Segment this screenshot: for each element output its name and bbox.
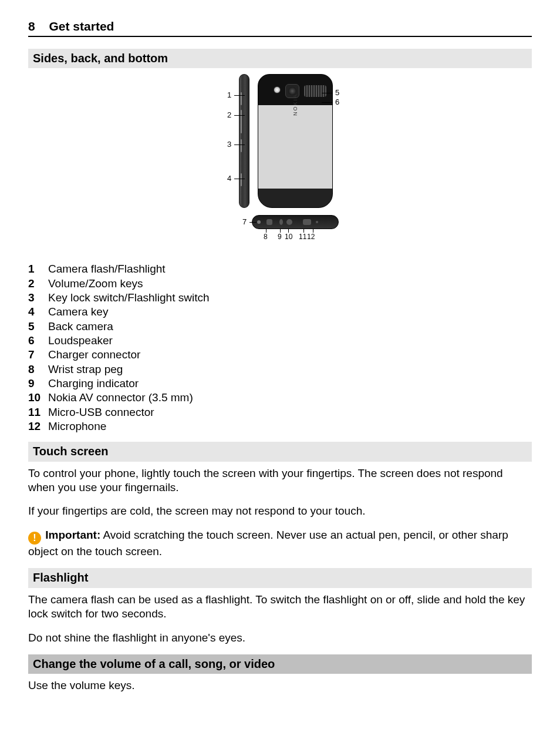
important-note: ! Important: Avoid scratching the touch … [28, 528, 532, 559]
section-heading-flashlight: Flashlight [28, 568, 532, 588]
device-diagram: NOKIA 1 2 3 4 5 6 7 8 9 10 11 12 [28, 74, 532, 250]
list-item: 5Back camera [28, 320, 532, 334]
volume-paragraph-1: Use the volume keys. [28, 678, 532, 693]
brand-label: NOKIA [292, 93, 299, 116]
touch-paragraph-1: To control your phone, lightly touch the… [28, 466, 532, 495]
loudspeaker-icon [304, 85, 326, 97]
chapter-title: Get started [49, 19, 114, 33]
list-item: 12Microphone [28, 419, 532, 434]
phone-bottom-view [252, 215, 339, 229]
important-label: Important: [45, 529, 100, 541]
list-item: 2Volume/Zoom keys [28, 277, 532, 291]
phone-side-view [239, 74, 249, 208]
callout-1: 1 [227, 90, 231, 100]
callout-10: 10 [285, 233, 292, 241]
section-heading-sides: Sides, back, and bottom [28, 49, 532, 69]
list-item: 4Camera key [28, 305, 532, 319]
phone-back-view: NOKIA [258, 74, 333, 208]
callout-12: 12 [307, 233, 315, 241]
section-heading-touch: Touch screen [28, 442, 532, 462]
callout-2: 2 [227, 110, 231, 120]
list-item: 3Key lock switch/Flashlight switch [28, 291, 532, 305]
list-item: 1Camera flash/Flashlight [28, 262, 532, 276]
callout-4: 4 [227, 174, 231, 184]
callout-8: 8 [264, 233, 268, 241]
list-item: 8Wrist strap peg [28, 362, 532, 377]
flashlight-paragraph-2: Do not shine the flashlight in anyone's … [28, 631, 532, 645]
callout-3: 3 [227, 140, 231, 150]
parts-list: 1Camera flash/Flashlight 2Volume/Zoom ke… [28, 262, 532, 434]
callout-7: 7 [242, 217, 247, 227]
important-icon: ! [28, 532, 41, 545]
list-item: 7Charger connector [28, 348, 532, 362]
list-item: 11Micro-USB connector [28, 405, 532, 419]
page-header: 8 Get started [28, 19, 532, 37]
callout-6: 6 [335, 98, 339, 108]
important-text: Avoid scratching the touch screen. Never… [28, 529, 508, 557]
callout-5: 5 [335, 88, 339, 98]
section-heading-volume: Change the volume of a call, song, or vi… [28, 654, 532, 674]
list-item: 6Loudspeaker [28, 334, 532, 348]
list-item: 9Charging indicator [28, 377, 532, 391]
flashlight-paragraph-1: The camera flash can be used as a flashl… [28, 593, 532, 622]
callout-9: 9 [278, 233, 282, 241]
list-item: 10Nokia AV connector (3.5 mm) [28, 391, 532, 405]
page-number: 8 [28, 19, 35, 33]
touch-paragraph-2: If your fingertips are cold, the screen … [28, 504, 532, 518]
callout-11: 11 [299, 233, 306, 241]
